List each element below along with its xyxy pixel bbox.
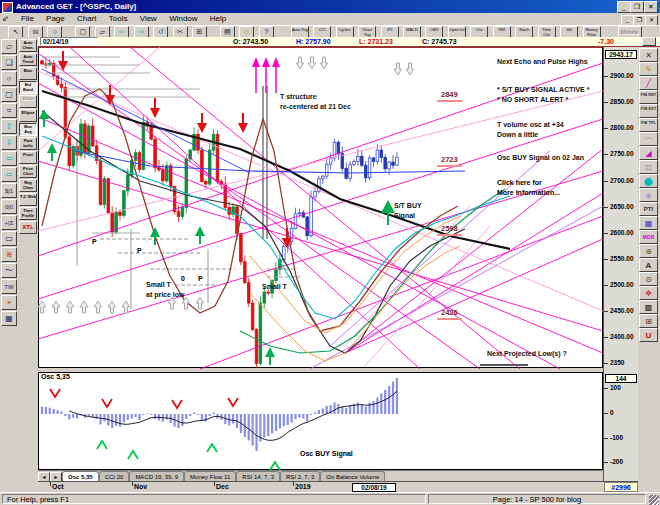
left-toolbar: ▱ ❏ ○ ▢ ≈ ⇧ ⇩ ⇦ ⇨ $|1 0|0 +|Σ ▭ ≋ 〜 TW +… (0, 37, 38, 492)
price-tick: 2800.00 (610, 124, 634, 131)
magnify-tool-icon[interactable]: ⊙ (639, 272, 658, 286)
study-page-icon[interactable]: ▢ (1, 87, 17, 102)
study-ellipse-button[interactable]: Ellipse (19, 109, 37, 122)
osc-tick: 100 (610, 384, 621, 391)
annotation-click-more-info[interactable]: Click here for More Information... (497, 178, 560, 198)
select-tool-icon[interactable]: ✕ (639, 48, 658, 62)
bar-count-badge: #2996 (604, 482, 638, 492)
p-marker: P (137, 247, 142, 254)
flag-tool-icon[interactable]: ⊕ (639, 244, 658, 258)
annotation-osc-buy-date: Osc BUY Signal on 02 Jan (497, 153, 584, 163)
annotation-osc-buy-signal: Osc BUY Signal (300, 450, 353, 457)
tile-charts-icon[interactable]: ❏ (1, 55, 17, 70)
price-target-2723: 2723 (437, 155, 462, 167)
osc-tick: 0 (610, 409, 614, 416)
study-reg-chan-button[interactable]: Reg Chan (19, 179, 37, 192)
study-parabolic-button[interactable]: Para bolic (19, 137, 37, 150)
quote-bar-button[interactable] (642, 37, 656, 46)
menu-bar: ⇙ File Page Chart Tools View Window Help (0, 13, 660, 25)
x-label-nov: Nov (134, 483, 147, 490)
study-mov-avg-button[interactable]: Mov Avg (19, 123, 37, 136)
diamond-tool-icon[interactable]: ◈ (639, 188, 658, 202)
osc-tick: -100 (610, 434, 623, 441)
annotation-t-volume: T volume osc at +34 Down a little (497, 120, 564, 140)
p-marker: P (92, 238, 97, 245)
current-osc-box: 144 (605, 374, 637, 383)
undo-tool[interactable]: U (639, 328, 658, 342)
annotation-next-lows: Next Projected Low(s) ? (487, 349, 567, 359)
quick-zoom-icon[interactable]: ○ (1, 71, 17, 86)
status-bar: For Help, press F1 Page: 14 - SP 500 for… (0, 492, 660, 505)
blank-box-icon[interactable]: ▭ (1, 231, 17, 246)
box-tool-icon[interactable]: □ (639, 160, 658, 174)
x-label-2019: 2019 (295, 483, 311, 490)
study-auto-chan-button[interactable]: Auto Chan. (19, 39, 37, 52)
drawing-toolbar: ✕ ✎ ╱ FIB RET FIB EXT FIB TPL ◠ ◢ □ ⬤ ◈ … (638, 47, 660, 492)
crosshair-icon[interactable]: + (1, 295, 17, 310)
study-tj-web-button[interactable]: T.J. Web (19, 193, 37, 206)
quote-date[interactable]: 02/14/19 (40, 37, 98, 46)
oscillator-label: Osc 5,35 (41, 373, 70, 380)
status-page-text: Page: 14 - SP 500 for blog (428, 494, 646, 504)
window-title: Advanced GET - [^GSPC, Daily] (16, 2, 136, 11)
study-time-profile-button[interactable]: Time Profile (19, 207, 37, 220)
mob-tool[interactable]: MOB (639, 230, 658, 244)
quote-change: -7.30 (598, 37, 614, 46)
quote-bar: 02/14/19 O: 2743.50 H: 2757.90 L: 2731.2… (38, 37, 660, 47)
sum-scale-icon[interactable]: +|Σ (1, 215, 17, 230)
price-scale-icon[interactable]: $|1 (1, 183, 17, 198)
fib-retracement-tool[interactable]: FIB RET (639, 90, 658, 104)
cursor-date-box[interactable]: 02/08/19 (352, 483, 396, 492)
price-tick: 2600.00 (610, 229, 634, 236)
study-pivot-button[interactable]: Pivot (19, 151, 37, 164)
xtl-lines-icon[interactable]: ≋ (1, 247, 17, 262)
price-tick: 2900.00 (610, 72, 634, 79)
zero-marker: 0 (181, 275, 185, 282)
quote-close: C: 2745.73 (422, 37, 457, 46)
pattern-tool-icon[interactable]: ▩ (639, 300, 658, 314)
scroll-up-icon[interactable]: ⇧ (1, 119, 17, 134)
fib-arc-tool-icon[interactable]: ◠ (639, 132, 658, 146)
study-bias-button[interactable]: Bias (19, 67, 37, 80)
minimize-button[interactable]: _ (617, 1, 631, 13)
maximize-button[interactable]: ❐ (630, 1, 644, 13)
study-auto-trend-button[interactable]: Auto Trend (19, 53, 37, 66)
chart-page-icon[interactable]: ▦ (1, 311, 17, 326)
annotation-signals: * S/T BUY SIGNAL ACTIVE * * NO SHORT ALE… (497, 85, 589, 105)
scroll-right-icon[interactable]: ⇨ (1, 167, 17, 182)
bar-spacing-icon[interactable]: 0|0 (1, 199, 17, 214)
elliott-wave-icon[interactable]: ≈ (1, 103, 17, 118)
pti-tool[interactable]: PTI (639, 202, 658, 216)
gann-fan-tool-icon[interactable]: ◢ (639, 146, 658, 160)
fib-extension-tool[interactable]: FIB EXT (639, 104, 658, 118)
open-folder-icon[interactable]: ▱ (1, 39, 17, 54)
title-bar[interactable]: Advanced GET - [^GSPC, Daily] (0, 0, 660, 13)
study-price-clust-button[interactable]: Price Clust (19, 165, 37, 178)
price-axis[interactable]: 2943.17 2900.00 2850.00 2800.00 2750.00 … (603, 47, 638, 481)
study-xtl-button[interactable]: XTL (19, 221, 37, 234)
price-tick: 2750.00 (610, 150, 634, 157)
price-target-2426: 2426 (437, 308, 462, 320)
gann-grid-tool-icon[interactable]: ▦ (639, 216, 658, 230)
annotation-small-t-low: Small T at price low (146, 280, 185, 300)
study-bol-band-button[interactable]: Bol Band (19, 81, 37, 94)
price-tick: 2400.00 (610, 333, 634, 340)
trendlines-icon[interactable]: 〜 (1, 263, 17, 278)
color-tool-icon[interactable]: ❖ (639, 286, 658, 300)
duplicate-tool-icon[interactable]: ⊞ (639, 314, 658, 328)
pencil-tool-icon[interactable]: ✎ (639, 62, 658, 76)
text-tool[interactable]: A (639, 258, 658, 272)
tw-tool-icon[interactable]: TW (1, 279, 17, 294)
resize-grip[interactable] (649, 495, 659, 505)
quote-high: H: 2757.90 (296, 37, 331, 46)
study-delta-button[interactable]: Delta (19, 95, 37, 108)
price-tick: 2550.00 (610, 255, 634, 262)
trendline-tool-icon[interactable]: ╱ (639, 76, 658, 90)
scroll-down-icon[interactable]: ⇩ (1, 135, 17, 150)
close-button[interactable]: ✕ (644, 1, 658, 13)
status-help-text: For Help, press F1 (2, 494, 426, 504)
fib-time-price-tool[interactable]: FIB TPL (639, 118, 658, 132)
ellipse-tool-icon[interactable]: ⬤ (639, 174, 658, 188)
scroll-left-icon[interactable]: ⇦ (1, 151, 17, 166)
app-icon[interactable] (2, 2, 13, 13)
